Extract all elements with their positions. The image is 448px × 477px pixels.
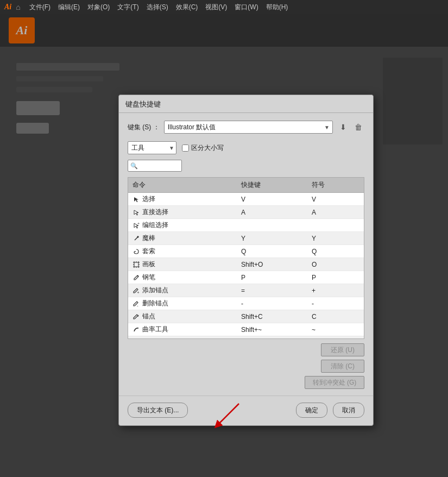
search-icon: 🔍 [130, 162, 138, 170]
cell-shortcut: Y [237, 232, 307, 244]
tool-icon-pen [132, 274, 140, 281]
save-keyset-icon[interactable]: ⬇ [337, 121, 349, 133]
tool-icon-group-select: + [132, 222, 140, 229]
cell-shortcut [237, 219, 307, 231]
cell-symbol: P [307, 271, 351, 284]
case-sensitive-text: 区分大小写 [191, 143, 224, 153]
case-sensitive-label: 区分大小写 [182, 143, 224, 153]
tool-icon-select [132, 196, 140, 203]
header-command: 命令 [128, 179, 237, 191]
dialog-title: 键盘快捷键 [125, 99, 161, 109]
ok-button[interactable]: 确定 [296, 403, 327, 418]
cell-shortcut: - [237, 297, 307, 310]
cell-shortcut: Q [237, 245, 307, 258]
arrow-annotation [206, 398, 250, 432]
clear-button[interactable]: 清除 (C) [321, 360, 364, 373]
cell-name: + 编组选择 [128, 219, 237, 231]
table-row[interactable]: 锚点 Shift+C C [128, 310, 364, 323]
table-row[interactable]: 套索 Q Q [128, 245, 364, 258]
cell-name: 选择 [128, 193, 237, 205]
svg-text:-: - [137, 303, 138, 307]
keyset-select[interactable]: Illustrator 默认值 [164, 121, 333, 134]
home-icon[interactable]: ⌂ [16, 3, 20, 11]
menu-window[interactable]: 窗口(W) [231, 2, 261, 13]
cancel-button[interactable]: 取消 [333, 403, 364, 418]
table-row[interactable]: 曲率工具 Shift+~ ~ [128, 323, 364, 336]
action-buttons: 还原 (U) 清除 (C) 转到冲突处 (G) [128, 343, 364, 389]
svg-point-16 [137, 275, 138, 276]
svg-text:+: + [137, 290, 140, 294]
cell-name: 曲率工具 [128, 323, 237, 336]
case-sensitive-checkbox[interactable] [182, 145, 189, 152]
search-row: 🔍 [128, 160, 364, 172]
keyset-row: 键集 (S) ： Illustrator 默认值 ▼ ⬇ 🗑 [128, 121, 364, 134]
table-row[interactable]: 直接选择 A A [128, 206, 364, 219]
menu-edit[interactable]: 编辑(E) [55, 2, 83, 13]
table-row[interactable]: 魔棒 Y Y [128, 232, 364, 245]
goto-conflict-button[interactable]: 转到冲突处 (G) [305, 376, 364, 389]
undo-button[interactable]: 还原 (U) [321, 343, 364, 356]
tool-icon-line [132, 339, 140, 340]
cell-shortcut: Shift+~ [237, 323, 307, 336]
search-input-wrapper: 🔍 [128, 160, 182, 172]
header-symbol: 符号 [307, 179, 351, 191]
table-row[interactable]: 直线段 \ \ [128, 336, 364, 339]
export-text-button[interactable]: 导出文本 (E)... [128, 403, 188, 418]
svg-line-26 [217, 404, 239, 425]
tool-icon-artboard [132, 261, 140, 268]
cell-shortcut: A [237, 206, 307, 218]
table-row[interactable]: + 添加锚点 = + [128, 284, 364, 297]
cell-name: 画板 [128, 258, 237, 271]
table-row[interactable]: 选择 V V [128, 193, 364, 206]
tool-select[interactable]: 工具 菜单命令 [128, 141, 176, 154]
tool-row: 工具 菜单命令 ▼ 区分大小写 [128, 141, 364, 154]
menu-select[interactable]: 选择(S) [143, 2, 172, 13]
cell-symbol: C [307, 310, 351, 323]
cell-symbol: \ [307, 336, 351, 339]
dialog-body: 键集 (S) ： Illustrator 默认值 ▼ ⬇ 🗑 工具 [119, 113, 373, 396]
tool-icon-add-anchor: + [132, 287, 140, 294]
cell-name: 套索 [128, 245, 237, 258]
table-row[interactable]: + 编组选择 [128, 219, 364, 232]
cell-shortcut: = [237, 284, 307, 297]
table-row[interactable]: - 删除锚点 - - [128, 297, 364, 310]
menu-bar: Ai ⌂ 文件(F) 编辑(E) 对象(O) 文字(T) 选择(S) 效果(C)… [0, 0, 448, 14]
table-row[interactable]: 钢笔 P P [128, 271, 364, 284]
header-shortcut: 快捷键 [237, 179, 307, 191]
confirm-cancel-group: 确定 取消 [296, 403, 364, 418]
menu-effect[interactable]: 效果(C) [173, 2, 201, 13]
menu-file[interactable]: 文件(F) [26, 2, 54, 13]
cell-name: + 添加锚点 [128, 284, 237, 297]
cell-shortcut: V [237, 193, 307, 205]
cell-symbol: ~ [307, 323, 351, 336]
cell-name: 魔棒 [128, 232, 237, 244]
menu-text[interactable]: 文字(T) [114, 2, 142, 13]
table-row[interactable]: 画板 Shift+O O [128, 258, 364, 271]
cell-name: 钢笔 [128, 271, 237, 284]
cell-shortcut: Shift+O [237, 258, 307, 271]
cell-symbol: O [307, 258, 351, 271]
app-area: Ai 键盘快捷键 键集 (S) ： Illustrator 默认值 ▼ [0, 14, 448, 477]
cell-symbol: - [307, 297, 351, 310]
cell-name: 直线段 [128, 336, 237, 339]
tool-icon-curve [132, 326, 140, 334]
menu-view[interactable]: 视图(V) [202, 2, 230, 13]
shortcuts-table: 命令 快捷键 符号 选择 V V [128, 177, 364, 339]
menu-help[interactable]: 帮助(H) [263, 2, 292, 13]
cell-name: - 删除锚点 [128, 297, 237, 310]
cell-symbol: Q [307, 245, 351, 258]
keyboard-shortcuts-dialog: 键盘快捷键 键集 (S) ： Illustrator 默认值 ▼ ⬇ 🗑 [118, 95, 374, 426]
tool-icon-lasso [132, 248, 140, 255]
cell-symbol: A [307, 206, 351, 218]
cell-shortcut: Shift+C [237, 310, 307, 323]
menu-object[interactable]: 对象(O) [84, 2, 113, 13]
cell-shortcut: P [237, 271, 307, 284]
table-body[interactable]: 选择 V V 直接选择 A A [128, 192, 364, 339]
delete-keyset-icon[interactable]: 🗑 [352, 121, 364, 133]
keyset-label: 键集 (S) ： [128, 123, 160, 132]
dialog-titlebar: 键盘快捷键 [119, 95, 373, 113]
cell-symbol: V [307, 193, 351, 205]
tool-icon-magic-wand [132, 235, 140, 242]
tool-icon-anchor [132, 313, 140, 321]
keyset-select-wrapper: Illustrator 默认值 ▼ [164, 121, 333, 134]
